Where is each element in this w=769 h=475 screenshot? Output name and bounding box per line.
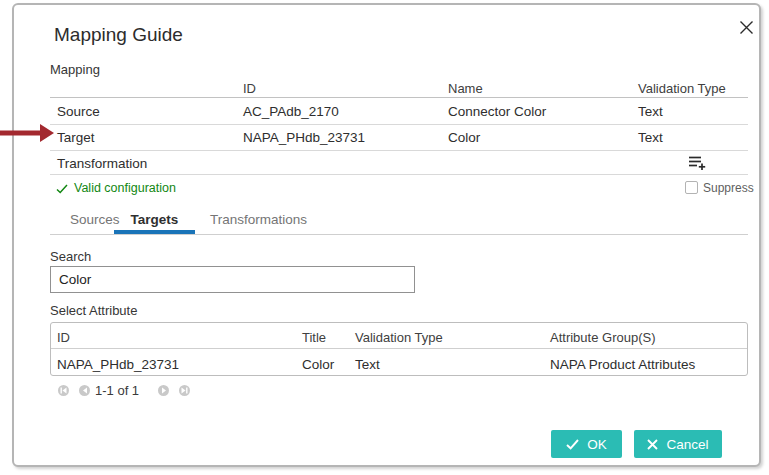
previous-page-icon [82, 387, 88, 394]
tab-sources[interactable]: Sources [70, 212, 120, 227]
source-validation-type: Text [638, 104, 663, 119]
mapping-col-id: ID [243, 81, 256, 96]
playlist-add-icon [688, 155, 707, 171]
attr-col-id: ID [57, 330, 70, 345]
tab-divider [50, 234, 748, 235]
search-input[interactable] [50, 266, 415, 293]
tab-targets[interactable]: Targets [114, 212, 195, 227]
divider [50, 97, 748, 98]
pager-next-button[interactable] [158, 385, 169, 396]
close-button[interactable] [733, 14, 759, 40]
divider [50, 124, 748, 125]
x-icon [647, 439, 658, 450]
first-page-icon [60, 387, 67, 394]
ok-button-label: OK [587, 437, 607, 452]
suppress-label: Suppress [703, 181, 754, 195]
close-icon [739, 20, 754, 35]
tab-transformations[interactable]: Transformations [210, 212, 307, 227]
pager-last-button[interactable] [179, 385, 190, 396]
cancel-button[interactable]: Cancel [634, 430, 722, 458]
divider [51, 348, 747, 349]
transformation-row-label: Transformation [57, 156, 147, 171]
pager-prev-button[interactable] [79, 385, 90, 396]
target-validation-type: Text [638, 130, 663, 145]
attr-col-title: Title [302, 330, 326, 345]
target-row-annotation-arrow [0, 123, 56, 143]
mapping-col-validation-type: Validation Type [638, 81, 726, 96]
check-icon [566, 439, 579, 450]
search-label: Search [50, 249, 91, 264]
select-attribute-label: Select Attribute [50, 303, 137, 318]
attr-row-id[interactable]: NAPA_PHdb_23731 [57, 357, 179, 372]
pagination-status: 1-1 of 1 [95, 383, 139, 398]
dialog-title: Mapping Guide [54, 24, 183, 46]
last-page-icon [181, 387, 188, 394]
add-transformation-button[interactable] [685, 152, 709, 174]
row-label: Target [57, 130, 95, 145]
valid-check-icon [56, 184, 68, 194]
source-id: AC_PAdb_2170 [243, 104, 339, 119]
divider [50, 150, 748, 151]
attr-col-attribute-groups: Attribute Group(S) [550, 330, 656, 345]
divider [50, 174, 748, 175]
mapping-col-name: Name [448, 81, 483, 96]
next-page-icon [161, 387, 167, 394]
pager-first-button[interactable] [58, 385, 69, 396]
cancel-button-label: Cancel [666, 437, 708, 452]
attr-row-validation-type[interactable]: Text [355, 357, 380, 372]
target-name: Color [448, 130, 480, 145]
mapping-section-label: Mapping [50, 62, 100, 77]
suppress-checkbox[interactable] [685, 181, 698, 194]
attr-row-title[interactable]: Color [302, 357, 334, 372]
ok-button[interactable]: OK [551, 430, 622, 458]
valid-configuration-label: Valid configuration [74, 181, 176, 195]
active-tab-indicator [114, 230, 195, 234]
source-name: Connector Color [448, 104, 546, 119]
target-id: NAPA_PHdb_23731 [243, 130, 365, 145]
attr-col-validation-type: Validation Type [355, 330, 443, 345]
attr-row-attribute-groups[interactable]: NAPA Product Attributes [550, 357, 695, 372]
row-label: Source [57, 104, 100, 119]
